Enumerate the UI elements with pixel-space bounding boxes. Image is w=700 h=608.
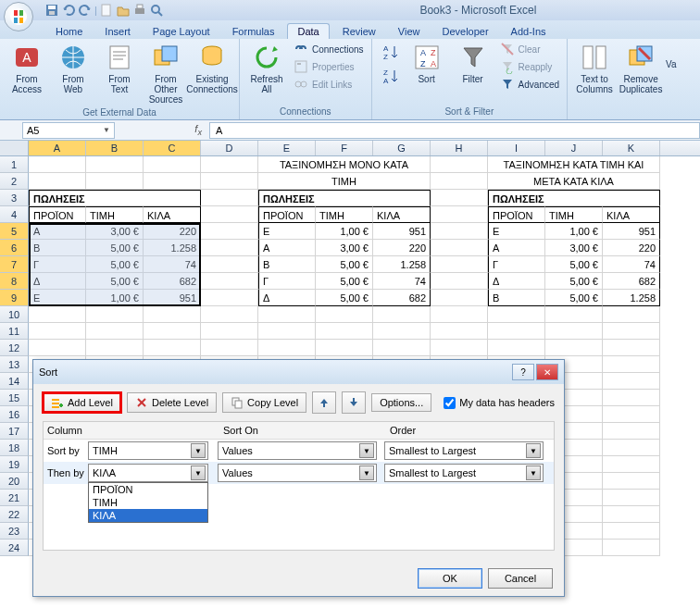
cell[interactable] <box>201 173 258 190</box>
cell[interactable] <box>144 306 201 323</box>
row-header[interactable]: 24 <box>0 540 29 556</box>
row-header[interactable]: 7 <box>0 256 29 273</box>
name-box[interactable]: A5▼ <box>22 122 115 139</box>
row-header[interactable]: 9 <box>0 290 29 306</box>
col-header-e[interactable]: E <box>258 141 316 155</box>
cell[interactable]: ΠΩΛΗΣΕΙΣ <box>29 190 201 206</box>
cell[interactable] <box>431 156 488 173</box>
row-header[interactable]: 19 <box>0 456 29 473</box>
cell[interactable]: ΚΙΛΑ <box>603 206 660 223</box>
cell[interactable] <box>144 156 201 173</box>
from-other-sources-button[interactable]: From Other Sources <box>144 41 187 106</box>
cell[interactable] <box>545 306 603 323</box>
cell[interactable] <box>373 340 431 356</box>
row-header[interactable]: 2 <box>0 173 29 190</box>
col-header-k[interactable]: K <box>603 141 660 155</box>
cell[interactable] <box>431 223 488 240</box>
row-header[interactable]: 1 <box>0 156 29 173</box>
chevron-down-icon[interactable]: ▼ <box>103 126 110 134</box>
cell[interactable]: 3,00 € <box>545 240 603 256</box>
cell[interactable]: Δ <box>488 273 545 290</box>
cell[interactable]: ΠΡΟΪΟΝ <box>488 206 545 223</box>
dropdown-item[interactable]: ΚΙΛΑ <box>89 509 207 522</box>
cell[interactable]: 682 <box>144 273 201 290</box>
col-header-f[interactable]: F <box>316 141 373 155</box>
cell[interactable]: ΤΑΞΙΝΟΜΗΣΗ ΚΑΤΑ ΤΙΜΗ ΚΑΙ <box>488 156 660 173</box>
cell[interactable] <box>29 306 86 323</box>
cell[interactable]: 220 <box>603 240 660 256</box>
cell[interactable]: 74 <box>603 256 660 273</box>
row-header[interactable]: 4 <box>0 206 29 223</box>
filter-button[interactable]: Filter <box>452 41 494 86</box>
tab-formulas[interactable]: Formulas <box>223 24 284 39</box>
redo-icon[interactable] <box>78 3 93 18</box>
cell[interactable]: Β <box>29 240 86 256</box>
tab-view[interactable]: View <box>389 24 430 39</box>
cell[interactable]: Ε <box>258 223 316 240</box>
move-up-button[interactable] <box>312 391 336 414</box>
cell[interactable]: 5,00 € <box>86 256 144 273</box>
row-header[interactable]: 12 <box>0 340 29 356</box>
cell[interactable] <box>258 306 316 323</box>
cell[interactable] <box>431 273 488 290</box>
cell[interactable]: 951 <box>373 223 431 240</box>
ok-button[interactable]: OK <box>418 568 482 589</box>
cell[interactable]: ΤΑΞΙΝΟΜΗΣΗ ΜΟΝΟ ΚΑΤΑ <box>258 156 431 173</box>
refresh-all-button[interactable]: Refresh All <box>245 41 288 96</box>
sort-button[interactable]: AZZASort <box>406 41 448 86</box>
cell[interactable] <box>603 323 660 340</box>
cell[interactable]: 3,00 € <box>316 240 373 256</box>
cell[interactable]: ΠΡΟΪΟΝ <box>258 206 316 223</box>
cell[interactable]: ΤΙΜΗ <box>316 206 373 223</box>
column-dropdown-list[interactable]: ΠΡΟΪΟΝ ΤΙΜΗ ΚΙΛΑ <box>88 482 208 523</box>
cell[interactable] <box>603 390 660 406</box>
cell[interactable] <box>86 173 144 190</box>
cell[interactable] <box>603 423 660 440</box>
row-header[interactable]: 20 <box>0 473 29 490</box>
sortby-on-combo[interactable]: Values▼ <box>218 441 377 460</box>
row-header[interactable]: 16 <box>0 406 29 423</box>
chevron-down-icon[interactable]: ▼ <box>191 465 206 480</box>
cell[interactable]: 5,00 € <box>545 256 603 273</box>
tab-addins[interactable]: Add-Ins <box>502 24 556 39</box>
row-header[interactable]: 18 <box>0 440 29 456</box>
cell[interactable] <box>201 223 258 240</box>
cell[interactable]: 1,00 € <box>316 223 373 240</box>
cell[interactable] <box>431 290 488 306</box>
cell[interactable]: 220 <box>144 223 201 240</box>
cell[interactable] <box>201 340 258 356</box>
cell[interactable] <box>603 506 660 523</box>
cell[interactable] <box>603 473 660 490</box>
cell[interactable]: Γ <box>258 273 316 290</box>
print-preview-icon[interactable] <box>149 3 164 18</box>
close-button[interactable]: ✕ <box>536 364 558 380</box>
cell[interactable] <box>29 340 86 356</box>
cell[interactable]: 1.258 <box>144 240 201 256</box>
cell[interactable]: 5,00 € <box>545 273 603 290</box>
cell[interactable]: Γ <box>29 256 86 273</box>
row-header[interactable]: 6 <box>0 240 29 256</box>
cell[interactable]: Α <box>488 240 545 256</box>
cell[interactable]: 5,00 € <box>545 290 603 306</box>
cell[interactable]: ΜΕΤΑ ΚΑΤΑ ΚΙΛΑ <box>488 173 660 190</box>
row-header[interactable]: 21 <box>0 490 29 506</box>
cell[interactable] <box>431 206 488 223</box>
office-button[interactable] <box>4 2 33 31</box>
tab-developer[interactable]: Developer <box>432 24 497 39</box>
from-access-button[interactable]: AFrom Access <box>6 41 48 96</box>
cell[interactable]: Α <box>258 240 316 256</box>
cell[interactable] <box>603 306 660 323</box>
cell[interactable]: 682 <box>603 273 660 290</box>
cell[interactable] <box>431 256 488 273</box>
sort-desc-icon[interactable]: ZA <box>380 67 400 87</box>
col-header-b[interactable]: B <box>86 141 144 155</box>
cell[interactable] <box>603 456 660 473</box>
cell[interactable] <box>373 306 431 323</box>
cell[interactable] <box>431 240 488 256</box>
chevron-down-icon[interactable]: ▼ <box>526 465 541 480</box>
cell[interactable] <box>201 190 258 206</box>
cell[interactable] <box>201 306 258 323</box>
col-header-i[interactable]: I <box>488 141 545 155</box>
chevron-down-icon[interactable]: ▼ <box>526 443 541 458</box>
cell[interactable]: Δ <box>258 290 316 306</box>
